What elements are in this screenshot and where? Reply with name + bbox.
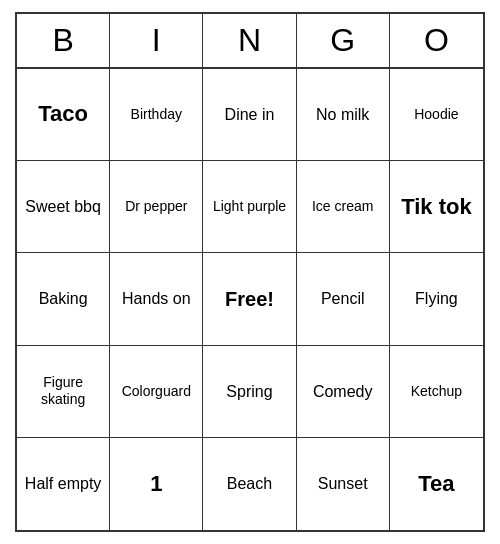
bingo-cell-14: Flying (390, 253, 483, 345)
cell-text-12: Free! (225, 287, 274, 311)
bingo-cell-8: Ice cream (297, 161, 390, 253)
cell-text-10: Baking (39, 289, 88, 308)
bingo-cell-4: Hoodie (390, 69, 483, 161)
cell-text-13: Pencil (321, 289, 365, 308)
bingo-cell-1: Birthday (110, 69, 203, 161)
cell-text-24: Tea (418, 471, 454, 497)
cell-text-18: Comedy (313, 382, 373, 401)
bingo-cell-2: Dine in (203, 69, 296, 161)
bingo-cell-19: Ketchup (390, 346, 483, 438)
cell-text-2: Dine in (225, 105, 275, 124)
cell-text-7: Light purple (213, 198, 286, 215)
cell-text-11: Hands on (122, 289, 191, 308)
bingo-cell-24: Tea (390, 438, 483, 530)
cell-text-1: Birthday (131, 106, 182, 123)
bingo-cell-7: Light purple (203, 161, 296, 253)
cell-text-23: Sunset (318, 474, 368, 493)
bingo-cell-9: Tik tok (390, 161, 483, 253)
bingo-cell-5: Sweet bbq (17, 161, 110, 253)
cell-text-21: 1 (150, 471, 162, 497)
bingo-cell-12: Free! (203, 253, 296, 345)
bingo-cell-21: 1 (110, 438, 203, 530)
bingo-cell-20: Half empty (17, 438, 110, 530)
bingo-cell-0: Taco (17, 69, 110, 161)
cell-text-4: Hoodie (414, 106, 458, 123)
cell-text-17: Spring (226, 382, 272, 401)
bingo-cell-15: Figure skating (17, 346, 110, 438)
cell-text-5: Sweet bbq (25, 197, 101, 216)
header-letter-I: I (110, 14, 203, 67)
cell-text-3: No milk (316, 105, 369, 124)
cell-text-19: Ketchup (411, 383, 462, 400)
header-letter-B: B (17, 14, 110, 67)
bingo-cell-10: Baking (17, 253, 110, 345)
bingo-cell-6: Dr pepper (110, 161, 203, 253)
cell-text-0: Taco (38, 101, 88, 127)
cell-text-8: Ice cream (312, 198, 373, 215)
cell-text-15: Figure skating (21, 374, 105, 408)
bingo-cell-11: Hands on (110, 253, 203, 345)
bingo-cell-22: Beach (203, 438, 296, 530)
bingo-header: BINGO (15, 12, 485, 67)
bingo-cell-18: Comedy (297, 346, 390, 438)
bingo-cell-23: Sunset (297, 438, 390, 530)
cell-text-16: Colorguard (122, 383, 191, 400)
cell-text-14: Flying (415, 289, 458, 308)
bingo-cell-17: Spring (203, 346, 296, 438)
bingo-grid: TacoBirthdayDine inNo milkHoodieSweet bb… (15, 67, 485, 532)
cell-text-20: Half empty (25, 474, 101, 493)
cell-text-22: Beach (227, 474, 272, 493)
bingo-card: BINGO TacoBirthdayDine inNo milkHoodieSw… (15, 12, 485, 532)
header-letter-G: G (297, 14, 390, 67)
bingo-cell-13: Pencil (297, 253, 390, 345)
header-letter-N: N (203, 14, 296, 67)
cell-text-6: Dr pepper (125, 198, 187, 215)
header-letter-O: O (390, 14, 483, 67)
bingo-cell-16: Colorguard (110, 346, 203, 438)
bingo-cell-3: No milk (297, 69, 390, 161)
cell-text-9: Tik tok (401, 194, 472, 220)
